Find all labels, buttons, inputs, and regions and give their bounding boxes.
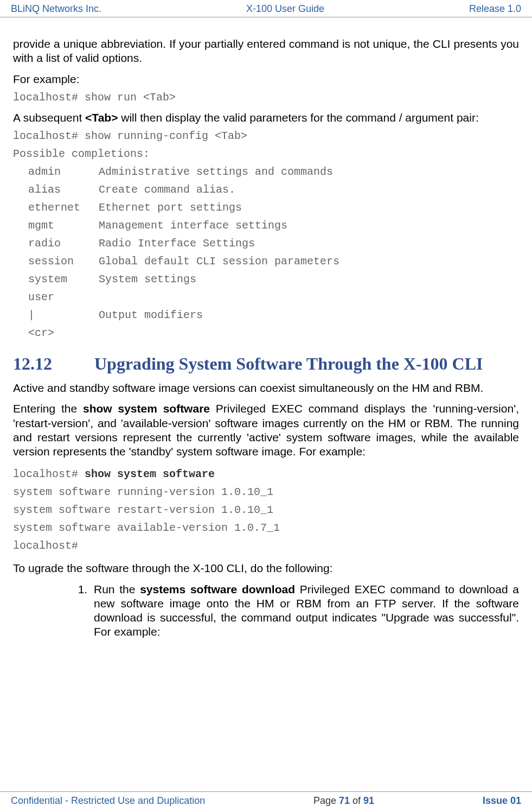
completion-row: aliasCreate command alias. [13, 183, 519, 196]
completion-row: radioRadio Interface Settings [13, 237, 519, 250]
paragraph-show-cmd: Entering the show system software Privil… [13, 402, 519, 459]
footer-page-number: 71 [339, 795, 350, 806]
completion-key: alias [28, 183, 99, 196]
paragraph-upgrade-steps: To ugrade the software through the X-100… [13, 561, 519, 575]
step-1: Run the systems software download Privil… [91, 582, 519, 639]
section-heading: 12.12Upgrading System Software Through t… [13, 353, 519, 375]
page-footer: Confidential - Restricted Use and Duplic… [0, 791, 532, 812]
footer-page-indicator: Page 71 of 91 [313, 795, 374, 807]
completion-row: ethernetEthernet port settings [13, 201, 519, 214]
completion-row: |Output modifiers [13, 308, 519, 322]
completion-row: adminAdministrative settings and command… [13, 165, 519, 179]
page-header: BLiNQ Networks Inc. X-100 User Guide Rel… [0, 0, 532, 17]
p4-cmd: show system software [83, 402, 210, 415]
completion-desc: Management interface settings [99, 219, 287, 232]
paragraph-tab-note: A subsequent <Tab> will then display the… [13, 111, 519, 125]
cli-output-line: system software available-version 1.0.7_… [13, 521, 519, 535]
cli-output-line: localhost# [13, 539, 519, 553]
completions-list: adminAdministrative settings and command… [13, 165, 519, 340]
page: BLiNQ Networks Inc. X-100 User Guide Rel… [0, 0, 532, 812]
p4a: Entering the [13, 402, 83, 415]
cli-prompt: localhost# [13, 468, 85, 480]
paragraph-intro: provide a unique abbreviation. If your p… [13, 37, 519, 66]
completion-row: systemSystem settings [13, 272, 519, 286]
page-content: provide a unique abbreviation. If your p… [0, 17, 532, 791]
completion-key: system [28, 272, 99, 286]
completion-desc: Ethernet port settings [99, 201, 242, 214]
completion-key: | [28, 308, 99, 322]
completion-key: radio [28, 237, 99, 250]
completion-row: user [13, 290, 519, 304]
header-company: BLiNQ Networks Inc. [11, 3, 101, 15]
completion-row: sessionGlobal default CLI session parame… [13, 255, 519, 268]
completion-desc: Output modifiers [99, 308, 203, 322]
footer-page-total: 91 [363, 795, 374, 806]
for-example-label: For example: [13, 72, 519, 86]
completion-key: <cr> [28, 326, 99, 340]
completion-desc: Radio Interface Settings [99, 237, 255, 250]
heading-number: 12.12 [13, 353, 94, 375]
completion-desc: Administrative settings and commands [99, 165, 333, 179]
completion-desc: Global default CLI session parameters [99, 255, 339, 268]
completion-desc: System settings [99, 272, 196, 286]
header-doc-title: X-100 User Guide [246, 3, 324, 15]
completion-key: user [28, 290, 99, 304]
possible-completions-label: Possible completions: [13, 147, 519, 161]
cli-output-line: system software running-version 1.0.10_1 [13, 485, 519, 499]
p2-tab: <Tab> [85, 111, 118, 124]
footer-page-b: of [350, 795, 363, 806]
completion-desc: Create command alias. [99, 183, 235, 196]
cli-example-2: localhost# show running-config <Tab> [13, 129, 519, 143]
header-release: Release 1.0 [469, 3, 521, 15]
completion-row: <cr> [13, 326, 519, 340]
cli-example-1: localhost# show run <Tab> [13, 91, 519, 104]
li1a: Run the [94, 583, 140, 595]
ordered-steps: Run the systems software download Privil… [75, 582, 519, 639]
p2a: A subsequent [13, 111, 85, 124]
p2b: will then display the valid parameters f… [118, 111, 478, 124]
cli-prompt-line: localhost# show system software [13, 467, 519, 481]
completion-key: session [28, 255, 99, 268]
footer-issue: Issue 01 [483, 795, 521, 807]
footer-confidential: Confidential - Restricted Use and Duplic… [11, 795, 205, 807]
paragraph-coexist: Active and standby software image versio… [13, 381, 519, 395]
cli-output-block: localhost# show system software system s… [13, 467, 519, 553]
heading-text: Upgrading System Software Through the X-… [94, 354, 483, 373]
cli-command-typed: show system software [85, 468, 215, 480]
cli-output-line: system software restart-version 1.0.10_1 [13, 503, 519, 517]
completion-row: mgmtManagement interface settings [13, 219, 519, 232]
completion-key: admin [28, 165, 99, 179]
footer-page-a: Page [313, 795, 339, 806]
completion-key: mgmt [28, 219, 99, 232]
li1-cmd: systems software download [140, 583, 295, 595]
completion-key: ethernet [28, 201, 99, 214]
